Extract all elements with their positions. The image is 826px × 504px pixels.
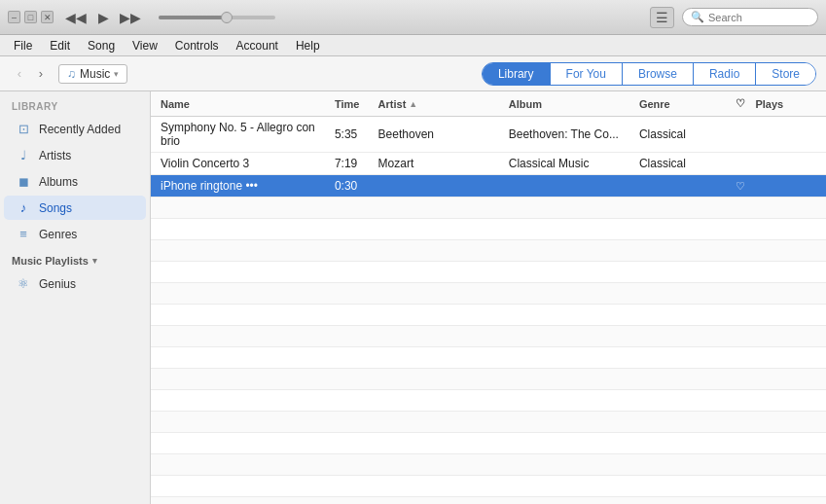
row-album: Beethoven: The Co... (509, 127, 639, 141)
col-plays-header[interactable]: Plays (755, 98, 816, 110)
menu-account[interactable]: Account (229, 37, 286, 54)
row-genre: Classical (639, 157, 726, 170)
minimize-button[interactable]: – (8, 11, 20, 23)
nav-bar: ‹ › ♫ Music ▾ Library For You Browse Rad… (0, 56, 826, 91)
segment-group: Library For You Browse Radio Store (482, 62, 816, 86)
transport-controls: ◀◀ ▶ ▶▶ (65, 7, 141, 28)
sidebar-item-albums[interactable]: ◼ Albums (4, 169, 146, 194)
title-bar-right: ☰ 🔍 (650, 7, 818, 28)
table-row (151, 433, 826, 454)
sidebar-item-label-recently-added: Recently Added (39, 123, 121, 136)
row-artist: Beethoven (378, 127, 509, 141)
breadcrumb-dropdown-icon: ▾ (114, 69, 119, 79)
playlists-label: Music Playlists (12, 255, 89, 267)
sidebar-item-artists[interactable]: ♩ Artists (4, 143, 146, 167)
maximize-button[interactable]: □ (24, 11, 37, 23)
title-bar: – □ ✕ ◀◀ ▶ ▶▶ ☰ 🔍 (0, 0, 826, 35)
main-area: Library ⊡ Recently Added ♩ Artists ◼ Alb… (0, 91, 826, 504)
row-time: 0:30 (335, 179, 378, 193)
table-body: Symphony No. 5 - Allegro con brio 5:35 B… (151, 117, 826, 504)
window-controls[interactable]: – □ ✕ (8, 11, 54, 23)
nav-arrows: ‹ › (10, 64, 51, 84)
sidebar: Library ⊡ Recently Added ♩ Artists ◼ Alb… (0, 91, 151, 504)
menu-edit[interactable]: Edit (42, 37, 78, 54)
menu-file[interactable]: File (6, 37, 40, 54)
breadcrumb[interactable]: ♫ Music ▾ (58, 64, 127, 84)
menu-controls[interactable]: Controls (167, 37, 227, 54)
table-row[interactable]: Violin Concerto 3 7:19 Mozart Classical … (151, 153, 826, 175)
table-row (151, 219, 826, 240)
genres-icon: ≡ (16, 227, 31, 241)
back-arrow[interactable]: ‹ (10, 64, 29, 84)
table-row (151, 305, 826, 326)
menu-bar: File Edit Song View Controls Account Hel… (0, 35, 826, 56)
artists-icon: ♩ (16, 148, 31, 162)
col-time-header[interactable]: Time (335, 98, 378, 110)
sidebar-item-songs[interactable]: ♪ Songs (4, 196, 146, 220)
list-view-icon[interactable]: ☰ (650, 7, 674, 28)
col-album-header[interactable]: Album (509, 98, 639, 110)
tab-radio[interactable]: Radio (694, 63, 756, 85)
menu-view[interactable]: View (125, 37, 165, 54)
row-name: Symphony No. 5 - Allegro con brio (161, 121, 335, 148)
table-row[interactable]: Symphony No. 5 - Allegro con brio 5:35 B… (151, 117, 826, 153)
table-row (151, 369, 826, 390)
recently-added-icon: ⊡ (16, 122, 31, 136)
forward-arrow[interactable]: › (31, 64, 51, 84)
row-name: Violin Concerto 3 (161, 157, 335, 170)
table-header: Name Time Artist ▲ Album Genre ♡ Plays (151, 91, 826, 117)
back-button[interactable]: ◀◀ (65, 7, 87, 28)
col-love-header[interactable]: ♡ (726, 97, 755, 110)
genius-icon: ⚛ (16, 276, 31, 291)
table-row[interactable]: iPhone ringtone ••• 0:30 ♡ (151, 175, 826, 198)
progress-knob[interactable] (221, 12, 233, 23)
albums-icon: ◼ (16, 174, 31, 189)
music-note-icon: ♫ (67, 67, 76, 81)
sidebar-item-label-songs: Songs (39, 201, 72, 215)
row-time: 5:35 (335, 127, 378, 141)
content-area: Name Time Artist ▲ Album Genre ♡ Plays (151, 91, 826, 504)
menu-song[interactable]: Song (80, 37, 123, 54)
col-artist-header[interactable]: Artist ▲ (378, 98, 509, 110)
search-icon: 🔍 (691, 11, 704, 23)
table-row (151, 283, 826, 305)
table-row (151, 390, 826, 412)
table-row (151, 497, 826, 504)
sidebar-item-genres[interactable]: ≡ Genres (4, 222, 146, 246)
tab-store[interactable]: Store (756, 63, 815, 85)
progress-bar[interactable] (159, 16, 275, 19)
table-row (151, 198, 826, 219)
table-row (151, 347, 826, 369)
search-input[interactable] (708, 12, 809, 23)
sort-arrow-artist: ▲ (409, 99, 417, 109)
breadcrumb-label: Music (80, 67, 110, 81)
chevron-down-icon: ▾ (92, 256, 97, 266)
playlists-header[interactable]: Music Playlists ▾ (0, 247, 150, 270)
row-genre: Classical (639, 127, 726, 141)
forward-button[interactable]: ▶▶ (120, 7, 141, 28)
row-name: iPhone ringtone ••• (161, 179, 335, 193)
sidebar-item-label-genres: Genres (39, 228, 77, 241)
sidebar-item-recently-added[interactable]: ⊡ Recently Added (4, 117, 146, 141)
tab-for-you[interactable]: For You (551, 63, 623, 85)
close-button[interactable]: ✕ (41, 11, 54, 23)
play-button[interactable]: ▶ (92, 7, 114, 28)
table-row (151, 326, 826, 347)
sidebar-item-label-genius: Genius (39, 277, 76, 291)
row-time: 7:19 (335, 157, 378, 170)
col-name-header[interactable]: Name (161, 98, 335, 110)
library-section-label: Library (0, 91, 150, 116)
sidebar-item-label-artists: Artists (39, 149, 71, 162)
menu-help[interactable]: Help (288, 37, 328, 54)
sidebar-item-genius[interactable]: ⚛ Genius (4, 271, 146, 296)
tab-library[interactable]: Library (483, 63, 551, 85)
row-album: Classical Music (509, 157, 639, 170)
love-icon[interactable]: ♡ (726, 180, 755, 193)
table-row (151, 240, 826, 262)
col-genre-header[interactable]: Genre (639, 98, 726, 110)
progress-fill (159, 16, 229, 19)
table-row (151, 262, 826, 283)
search-bar[interactable]: 🔍 (682, 8, 818, 26)
table-row (151, 476, 826, 497)
tab-browse[interactable]: Browse (623, 63, 694, 85)
